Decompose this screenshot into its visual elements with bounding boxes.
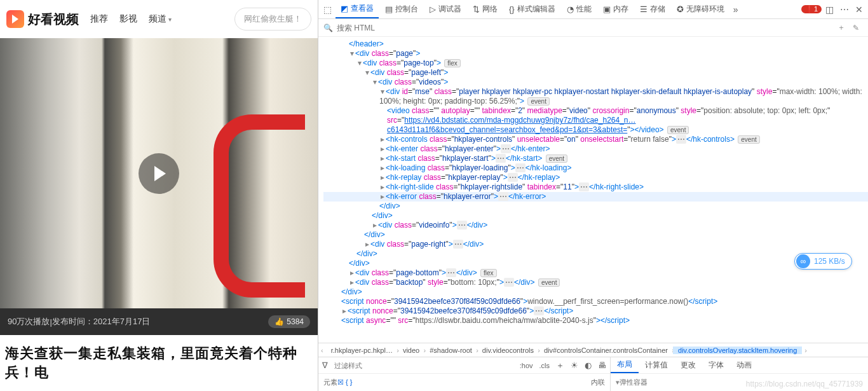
error-badge[interactable]: ❗1 [801, 5, 822, 13]
crumb[interactable]: div.videocontrols [477, 346, 539, 354]
haokan-page: 好看视频 推荐 影视 频道 网红偷救生艇！ 90万次播放 | 发布时间： 202… [0, 0, 318, 391]
rtab-changes[interactable]: 更改 [674, 357, 702, 373]
rtab-fonts[interactable]: 字体 [702, 357, 730, 373]
crumb-left-icon[interactable]: ‹ [318, 346, 326, 354]
flex-badge[interactable]: flex [444, 59, 461, 67]
edit-icon[interactable]: ✎ [849, 24, 863, 32]
add-node-icon[interactable]: ＋ [834, 22, 849, 33]
video-player[interactable] [0, 38, 318, 308]
close-icon[interactable]: ✕ [853, 4, 865, 15]
twisty-icon[interactable]: ▸ [349, 268, 355, 278]
breadcrumb: ‹ r.hkplayer-pc.hkpl… video #shadow-root… [318, 343, 868, 357]
nav-recommend[interactable]: 推荐 [90, 13, 108, 25]
play-button-icon[interactable] [139, 153, 179, 194]
print-icon[interactable]: 🖶 [598, 360, 606, 370]
html-search-input[interactable] [337, 24, 834, 32]
twisty-icon[interactable]: ▾ [356, 58, 363, 68]
hk-logo[interactable]: 好看视频 [6, 10, 79, 28]
download-speed-pill[interactable]: ∞ 125 KB/s [794, 253, 852, 270]
speed-text: 125 KB/s [814, 257, 845, 266]
light-icon[interactable]: ☀ [571, 360, 578, 370]
tab-network[interactable]: ⇅网络 [468, 0, 503, 18]
tab-performance[interactable]: ◔性能 [562, 0, 597, 18]
event-badge[interactable]: event [667, 126, 689, 134]
tree-line: ▸<hk-loading class="hkplayer-loading">⋯<… [323, 163, 868, 173]
rtab-anim[interactable]: 动画 [730, 357, 758, 373]
hov-toggle[interactable]: :hov [520, 362, 533, 369]
twisty-icon[interactable]: ▸ [379, 135, 386, 144]
tree-line: </div> [323, 202, 868, 211]
tree-line: ▾<div class="videos"> [323, 78, 868, 87]
event-badge[interactable]: event [546, 154, 567, 163]
crumb[interactable]: div#controlsContainer.controlsContainer [539, 346, 673, 354]
tree-line: ▸<script nonce="39415942beefce370f84f59c… [323, 306, 868, 316]
overflow-icon[interactable]: » [731, 4, 741, 15]
tree-line: ▸<hk-controls class="hkplayer-controls" … [323, 135, 868, 144]
dom-tree[interactable]: </header> ▾<div class="page"> ▾<div clas… [318, 37, 868, 343]
network-icon: ⇅ [473, 4, 480, 14]
tab-style-editor[interactable]: {}样式编辑器 [504, 0, 560, 18]
like-count: 5384 [287, 317, 304, 326]
flex-section[interactable]: 弹性容器 [620, 378, 648, 387]
dock-icon[interactable]: ◫ [823, 4, 836, 15]
flex-badge[interactable]: flex [480, 269, 497, 277]
plus-icon[interactable]: ＋ [556, 360, 564, 371]
tree-line: </header> [323, 39, 868, 49]
kebab-icon[interactable]: ⋯ [837, 4, 851, 15]
hk-header: 好看视频 推荐 影视 频道 网红偷救生艇！ [0, 0, 318, 38]
storage-icon: ☰ [640, 4, 648, 14]
tree-line: ▸<div class="page-right">⋯</div> [323, 240, 868, 249]
twisty-icon[interactable]: ▾ [379, 87, 386, 97]
nav-film[interactable]: 影视 [119, 13, 137, 25]
tree-line: </div> [323, 287, 868, 297]
tab-inspector[interactable]: ◩查看器 [336, 0, 379, 18]
crumb[interactable]: r.hkplayer-pc.hkpl… [326, 346, 398, 354]
twisty-icon[interactable]: ▸ [379, 173, 386, 182]
event-badge[interactable]: event [527, 97, 549, 106]
filter-input[interactable] [334, 362, 513, 369]
tab-storage[interactable]: ☰存储 [635, 0, 670, 18]
twisty-icon[interactable]: ▸ [379, 144, 386, 154]
event-badge[interactable]: event [538, 278, 560, 287]
cls-toggle[interactable]: .cls [539, 362, 550, 369]
twisty-icon[interactable]: ▾ [349, 49, 355, 58]
console-icon: ▤ [385, 4, 393, 14]
twisty-icon[interactable]: ▸ [379, 192, 386, 202]
crumb[interactable]: #shadow-root [424, 346, 477, 354]
twisty-icon[interactable]: ▸ [379, 163, 386, 173]
event-badge[interactable]: event [738, 135, 759, 144]
search-icon: 🔍 [323, 24, 333, 32]
crumb-right-icon[interactable]: › [802, 346, 810, 354]
twisty-icon[interactable]: ▸ [364, 240, 370, 249]
twisty-icon[interactable]: ▸ [349, 278, 355, 287]
contrast-icon[interactable]: ◐ [585, 360, 592, 370]
nav-channels[interactable]: 频道 [149, 13, 172, 25]
tree-line: ▸<div class="backtop" style="bottom: 10p… [323, 278, 868, 287]
tree-line: ▸<hk-start class="hkplayer-start">⋯</hk-… [323, 154, 868, 163]
twisty-icon[interactable]: ▾ [372, 78, 378, 87]
like-button[interactable]: 👍 5384 [268, 315, 310, 328]
tree-line: </div> [323, 211, 868, 221]
hk-search[interactable]: 网红偷救生艇！ [234, 8, 311, 31]
tab-a11y[interactable]: ✪无障碍环境 [672, 0, 729, 18]
twisty-icon[interactable]: ▸ [372, 221, 378, 230]
hk-nav: 推荐 影视 频道 [90, 13, 172, 25]
twisty-icon[interactable]: ▾ [364, 68, 370, 78]
rtab-computed[interactable]: 计算值 [639, 357, 674, 373]
tab-console[interactable]: ▤控制台 [380, 0, 423, 18]
tree-line: ▾<div class="page-top"> flex [323, 58, 868, 68]
style-icon: {} [509, 4, 515, 14]
picker-icon[interactable]: ⬚ [321, 4, 334, 15]
video-info-bar: 90万次播放 | 发布时间： 2021年7月17日 👍 5384 [0, 308, 318, 335]
twisty-icon[interactable]: ▸ [379, 154, 386, 163]
twisty-icon[interactable]: ▸ [379, 182, 386, 192]
crumb-selected[interactable]: div.controlsOverlay.stackItem.hovering [673, 346, 802, 354]
tab-debugger[interactable]: ▷调试器 [424, 0, 466, 18]
crumb[interactable]: video [398, 346, 424, 354]
tab-memory[interactable]: ▣内存 [598, 0, 634, 18]
rtab-layout[interactable]: 布局 [611, 357, 639, 373]
twisty-icon[interactable]: ▸ [341, 306, 348, 316]
memory-icon: ▣ [603, 4, 611, 14]
element-label: 元素 [323, 378, 337, 387]
tree-line: <script async="" src="https://dlswbr.bai… [323, 316, 868, 326]
